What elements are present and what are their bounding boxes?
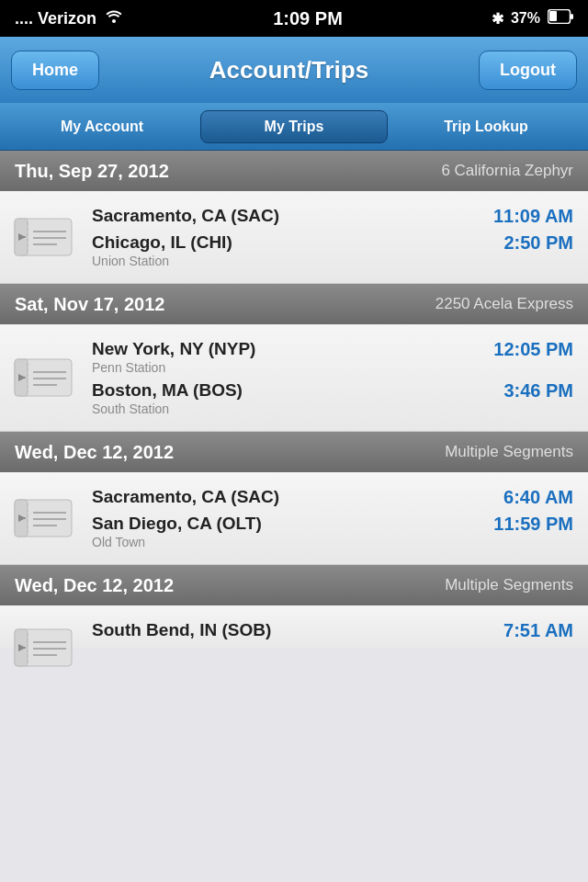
to-time-2: 3:46 PM — [472, 380, 573, 401]
trip-date-1: Thu, Sep 27, 2012 — [15, 161, 169, 182]
trip-train-2: 2250 Acela Express — [435, 295, 573, 313]
to-time-3: 11:59 PM — [472, 514, 573, 535]
carrier-text: .... Verizon — [15, 9, 96, 28]
from-time-3: 6:40 AM — [472, 487, 573, 508]
from-name-2: New York, NY (NYP) — [92, 339, 472, 359]
trip-date-4: Wed, Dec 12, 2012 — [15, 575, 174, 596]
trip-stations-3: Sacramento, CA (SAC) 6:40 AM San Diego, … — [92, 487, 573, 549]
from-name-4: South Bend, IN (SOB) — [92, 620, 472, 640]
to-time-1: 2:50 PM — [472, 232, 573, 254]
trip-train-3: Multiple Segments — [445, 443, 573, 461]
status-bar: .... Verizon 1:09 PM ✱ 37% — [0, 0, 588, 37]
ticket-icon-1 — [11, 213, 75, 261]
app-header: Home Account/Trips Logout — [0, 37, 588, 103]
to-row-3: San Diego, CA (OLT) Old Town 11:59 PM — [92, 514, 573, 549]
battery-icon — [548, 9, 573, 28]
trip-card-1[interactable]: Sacramento, CA (SAC) 11:09 AM Chicago, I… — [0, 191, 588, 284]
to-row-1: Chicago, IL (CHI) Union Station 2:50 PM — [92, 232, 573, 268]
from-row-4: South Bend, IN (SOB) 7:51 AM — [92, 620, 573, 641]
trip-stations-4: South Bend, IN (SOB) 7:51 AM — [92, 620, 573, 641]
to-sub-1: Union Station — [92, 254, 472, 268]
trip-header-4: Wed, Dec 12, 2012 Multiple Segments — [0, 565, 588, 605]
tab-bar: My Account My Trips Trip Lookup — [0, 103, 588, 151]
header-title: Account/Trips — [209, 56, 368, 85]
trip-stations-1: Sacramento, CA (SAC) 11:09 AM Chicago, I… — [92, 206, 573, 268]
trip-header-3: Wed, Dec 12, 2012 Multiple Segments — [0, 432, 588, 472]
trip-train-4: Multiple Segments — [445, 576, 573, 594]
trip-section-1: Thu, Sep 27, 2012 6 California Zephyr Sa… — [0, 151, 588, 284]
trip-section-4: Wed, Dec 12, 2012 Multiple Segments Sout… — [0, 565, 588, 649]
trip-card-4[interactable]: South Bend, IN (SOB) 7:51 AM — [0, 605, 588, 649]
from-sub-2: Penn Station — [92, 360, 472, 375]
from-time-1: 11:09 AM — [472, 206, 573, 227]
tab-trip-lookup[interactable]: Trip Lookup — [393, 110, 579, 143]
status-right: ✱ 37% — [492, 9, 573, 28]
tab-my-trips[interactable]: My Trips — [200, 110, 388, 143]
tab-my-account[interactable]: My Account — [9, 110, 195, 143]
logout-button[interactable]: Logout — [479, 51, 577, 90]
trip-section-3: Wed, Dec 12, 2012 Multiple Segments Sacr… — [0, 432, 588, 565]
svg-rect-3 — [549, 11, 557, 21]
ticket-icon-3 — [11, 494, 75, 542]
trip-date-2: Sat, Nov 17, 2012 — [15, 294, 164, 315]
from-name-1: Sacramento, CA (SAC) — [92, 206, 472, 226]
from-time-2: 12:05 PM — [472, 339, 573, 360]
trip-section-2: Sat, Nov 17, 2012 2250 Acela Express New… — [0, 284, 588, 432]
svg-point-0 — [112, 19, 116, 23]
battery-text: 37% — [511, 10, 540, 27]
to-sub-3: Old Town — [92, 535, 472, 549]
trip-date-3: Wed, Dec 12, 2012 — [15, 442, 174, 463]
ticket-icon-2 — [11, 354, 75, 401]
home-button[interactable]: Home — [11, 51, 99, 90]
from-row-2: New York, NY (NYP) Penn Station 12:05 PM — [92, 339, 573, 375]
from-name-3: Sacramento, CA (SAC) — [92, 487, 472, 507]
trip-card-2[interactable]: New York, NY (NYP) Penn Station 12:05 PM… — [0, 324, 588, 432]
trip-header-1: Thu, Sep 27, 2012 6 California Zephyr — [0, 151, 588, 191]
trip-card-3[interactable]: Sacramento, CA (SAC) 6:40 AM San Diego, … — [0, 472, 588, 565]
to-name-3: San Diego, CA (OLT) — [92, 514, 472, 534]
wifi-icon — [104, 9, 124, 28]
status-time: 1:09 PM — [273, 8, 343, 29]
to-row-2: Boston, MA (BOS) South Station 3:46 PM — [92, 380, 573, 416]
to-sub-2: South Station — [92, 401, 472, 416]
trip-header-2: Sat, Nov 17, 2012 2250 Acela Express — [0, 284, 588, 324]
status-left: .... Verizon — [15, 9, 124, 28]
trip-train-1: 6 California Zephyr — [441, 162, 573, 180]
svg-rect-2 — [571, 14, 573, 19]
trip-stations-2: New York, NY (NYP) Penn Station 12:05 PM… — [92, 339, 573, 416]
from-row-3: Sacramento, CA (SAC) 6:40 AM — [92, 487, 573, 508]
to-name-1: Chicago, IL (CHI) — [92, 232, 472, 253]
from-row-1: Sacramento, CA (SAC) 11:09 AM — [92, 206, 573, 227]
from-time-4: 7:51 AM — [472, 620, 573, 641]
bluetooth-icon: ✱ — [492, 10, 503, 28]
to-name-2: Boston, MA (BOS) — [92, 380, 472, 401]
ticket-icon-4 — [11, 624, 75, 672]
